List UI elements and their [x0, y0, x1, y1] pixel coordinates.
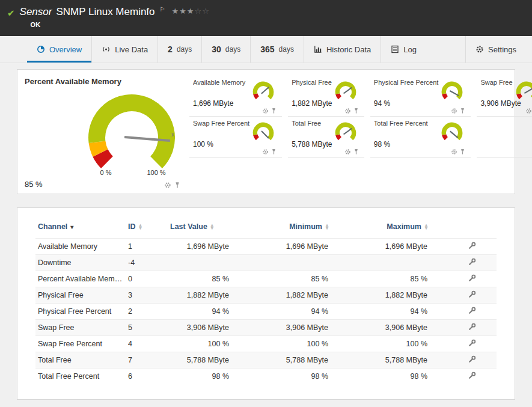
- table-row[interactable]: Physical Free 3 1,882 MByte 1,882 MByte …: [35, 287, 497, 304]
- table-row[interactable]: Total Free 7 5,788 MByte 5,788 MByte 5,7…: [35, 352, 497, 369]
- cell-id: 7: [126, 352, 168, 369]
- pin-icon[interactable]: [353, 148, 359, 155]
- cell-last-value: 98 %: [168, 369, 258, 385]
- tab-historic-data[interactable]: Historic Data: [304, 36, 381, 63]
- tab-live-data[interactable]: Live Data: [91, 36, 157, 63]
- pin-icon[interactable]: [174, 182, 181, 189]
- gauges-panel: Percent Available Memory x̄ 0 % 100 % 85…: [17, 69, 515, 194]
- gear-icon[interactable]: [164, 182, 171, 189]
- table-row[interactable]: Swap Free 5 3,906 MByte 3,906 MByte 3,90…: [35, 320, 497, 336]
- cell-id: 0: [126, 271, 168, 287]
- cell-maximum: 100 %: [357, 336, 456, 352]
- tab-number: 30: [212, 44, 221, 54]
- cell-id: 5: [126, 320, 168, 336]
- table-row[interactable]: Total Free Percent 6 98 % 98 % 98 %: [35, 369, 497, 385]
- pin-icon[interactable]: [459, 148, 466, 155]
- cell-minimum: 98 %: [258, 369, 357, 385]
- channel-settings-wrench-icon[interactable]: [468, 307, 476, 314]
- tab-label: Log: [403, 45, 417, 54]
- table-row[interactable]: Downtime -4: [35, 255, 497, 271]
- cell-channel: Total Free: [35, 352, 126, 369]
- channel-settings-wrench-icon[interactable]: [468, 274, 476, 282]
- cell-maximum: 94 %: [357, 304, 456, 320]
- col-header-last-value[interactable]: Last Value▴▾: [168, 218, 258, 239]
- gauge-needle: [524, 88, 532, 94]
- cell-maximum: 3,906 MByte: [357, 320, 456, 336]
- gear-icon[interactable]: [451, 148, 457, 155]
- cell-channel: Total Free Percent: [35, 369, 126, 385]
- cell-id: 6: [126, 369, 168, 385]
- gauge-value: 3,906 MByte: [480, 99, 521, 108]
- tab-2-days[interactable]: 2 days: [157, 36, 201, 63]
- cell-channel: Swap Free: [35, 320, 126, 336]
- page-title: SNMP Linux Meminfo: [56, 6, 154, 18]
- table-header-row: Channel▾ ID▴▾ Last Value▴▾ Minimum▴▾ Max…: [35, 218, 497, 239]
- channel-settings-wrench-icon[interactable]: [468, 372, 476, 379]
- channel-settings-wrench-icon[interactable]: [468, 290, 476, 298]
- mini-gauge-card: Physical Free 1,882 MByte: [288, 76, 364, 117]
- cell-minimum: 100 %: [258, 336, 357, 352]
- priority-stars[interactable]: ★★★☆☆: [172, 7, 210, 16]
- tab-bar: Overview Live Data 2 days 30 days 365 da…: [0, 36, 532, 63]
- gear-icon[interactable]: [344, 108, 351, 114]
- tab-overview[interactable]: Overview: [27, 36, 91, 63]
- tab-365-days[interactable]: 365 days: [250, 36, 304, 63]
- gauge-needle: [261, 87, 269, 94]
- cell-minimum: 1,882 MByte: [258, 287, 357, 304]
- cell-channel: Available Memory: [35, 239, 126, 255]
- channel-settings-wrench-icon[interactable]: [468, 323, 476, 331]
- tab-settings[interactable]: Settings: [465, 36, 526, 63]
- cell-minimum: 85 %: [258, 271, 357, 287]
- table-row[interactable]: Physical Free Percent 2 94 % 94 % 94 %: [35, 304, 497, 320]
- gauge-value: 1,696 MByte: [193, 99, 233, 108]
- pin-icon[interactable]: [353, 108, 359, 114]
- gauge-value: 1,882 MByte: [292, 99, 332, 108]
- col-header-id[interactable]: ID▴▾: [126, 218, 168, 239]
- cell-id: -4: [126, 255, 168, 271]
- primary-gauge: x̄ 0 % 100 %: [72, 86, 192, 177]
- cell-maximum: 98 %: [357, 369, 456, 385]
- gear-icon[interactable]: [525, 108, 532, 114]
- table-row[interactable]: Swap Free Percent 4 100 % 100 % 100 %: [35, 336, 497, 352]
- col-header-minimum[interactable]: Minimum▴▾: [258, 218, 357, 239]
- pin-icon[interactable]: [271, 148, 277, 155]
- col-header-actions: [456, 218, 497, 239]
- col-header-channel[interactable]: Channel▾: [35, 218, 126, 239]
- tab-number: 365: [260, 44, 274, 54]
- sort-icon: ▴▾: [326, 224, 328, 230]
- favorite-flag-icon[interactable]: ⚐: [160, 6, 165, 13]
- col-header-maximum[interactable]: Maximum▴▾: [357, 218, 456, 239]
- cell-last-value: 100 %: [168, 336, 258, 352]
- table-row[interactable]: Available Memory 1 1,696 MByte 1,696 MBy…: [35, 239, 497, 255]
- gear-icon[interactable]: [262, 148, 269, 155]
- gauge-scale-min: 0 %: [100, 169, 112, 176]
- channel-settings-wrench-icon[interactable]: [468, 258, 476, 266]
- channel-settings-wrench-icon[interactable]: [468, 355, 476, 363]
- status-badge: OK: [31, 21, 210, 28]
- cell-maximum: 85 %: [357, 271, 456, 287]
- pin-icon[interactable]: [459, 108, 466, 114]
- sort-icon: ▴▾: [211, 224, 213, 230]
- cell-id: 1: [126, 239, 168, 255]
- cell-id: 2: [126, 304, 168, 320]
- channel-settings-wrench-icon[interactable]: [468, 242, 476, 249]
- mini-gauge-card: Available Memory 1,696 MByte: [189, 76, 282, 117]
- cell-channel: Percent Available Memo...: [35, 271, 126, 287]
- gear-icon[interactable]: [262, 108, 269, 114]
- gear-icon[interactable]: [344, 148, 351, 155]
- average-marker: x̄: [171, 132, 174, 138]
- channel-settings-wrench-icon[interactable]: [468, 339, 476, 347]
- tab-label: Overview: [49, 45, 82, 54]
- tab-30-days[interactable]: 30 days: [201, 36, 250, 63]
- mini-gauge: [439, 79, 465, 104]
- cell-last-value: 3,906 MByte: [168, 320, 258, 336]
- tab-log[interactable]: Log: [381, 36, 426, 63]
- pin-icon[interactable]: [271, 108, 277, 114]
- object-kind-label: Sensor: [20, 6, 52, 18]
- cell-channel: Physical Free: [35, 287, 126, 304]
- gauge-value: 100 %: [193, 140, 213, 148]
- gear-icon[interactable]: [451, 108, 457, 114]
- cell-maximum: 1,882 MByte: [357, 287, 456, 304]
- mini-gauge-card: Total Free Percent 98 %: [370, 117, 471, 158]
- table-row[interactable]: Percent Available Memo... 0 85 % 85 % 85…: [35, 271, 497, 287]
